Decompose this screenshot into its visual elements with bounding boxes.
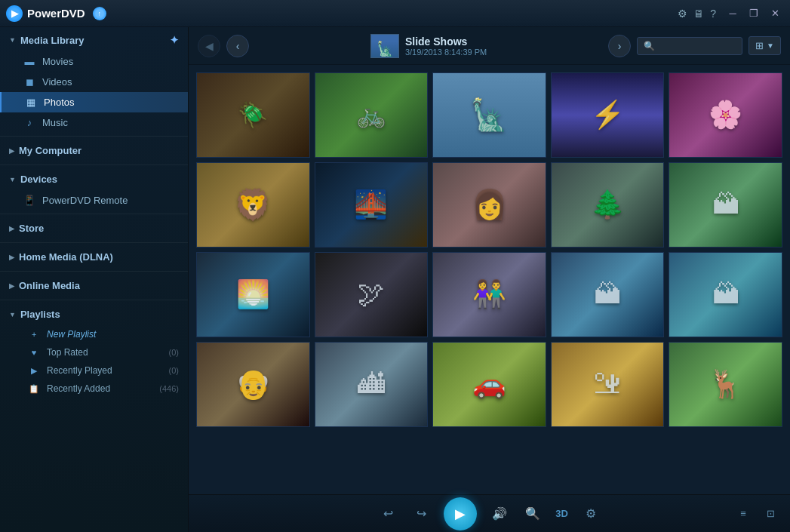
update-icon[interactable]: ↑: [93, 7, 106, 20]
sidebar-group-online-media[interactable]: ▶ Online Media: [0, 275, 188, 297]
devices-section: ▼ Devices 📱 PowerDVD Remote: [0, 167, 188, 212]
sidebar-item-recently-played[interactable]: ▶ Recently Played (0): [0, 361, 188, 380]
photo-cell-10[interactable]: 🏔: [669, 162, 782, 248]
sidebar-item-new-playlist[interactable]: + New Playlist: [0, 325, 188, 343]
prev-button[interactable]: ‹: [226, 35, 249, 57]
top-rated-label: Top Rated: [47, 347, 88, 358]
sidebar-item-recently-added[interactable]: 📋 Recently Added (446): [0, 380, 188, 398]
sidebar-item-music[interactable]: ♪ Music: [0, 112, 188, 133]
playbar-right-controls: ≡ ⊡: [733, 503, 781, 524]
photo-cell-8[interactable]: 👩: [432, 162, 546, 248]
sidebar-group-my-computer[interactable]: ▶ My Computer: [0, 140, 188, 161]
help-icon[interactable]: ?: [710, 8, 716, 20]
expand-arrow-devices: ▼: [9, 176, 16, 183]
redo-button[interactable]: ↪: [410, 503, 432, 524]
sidebar-item-videos[interactable]: ◼ Videos: [0, 72, 188, 92]
playlist-button[interactable]: ≡: [733, 503, 754, 524]
next-button[interactable]: ›: [608, 35, 631, 57]
photo-emoji-14: 🏔: [594, 278, 621, 310]
mini-player-button[interactable]: ⊡: [760, 503, 781, 524]
back-button[interactable]: ◀: [198, 35, 220, 57]
slideshow-info: Slide Shows 3/19/2013 8:14:39 PM: [255, 34, 602, 58]
photo-emoji-13: 👫: [472, 278, 506, 310]
photo-cell-6[interactable]: 🦁: [196, 162, 310, 248]
photo-cell-3[interactable]: 🗽: [432, 72, 546, 158]
slideshow-date: 3/19/2013 8:14:39 PM: [405, 48, 487, 57]
window-controls: ─ ❐ ✕: [724, 7, 784, 20]
photo-emoji-16: 👴: [235, 367, 271, 401]
sidebar-item-powerdvd-remote[interactable]: 📱 PowerDVD Remote: [0, 190, 188, 211]
undo-button[interactable]: ↩: [377, 503, 398, 524]
photo-emoji-12: 🕊: [358, 278, 385, 310]
titlebar: ▶ PowerDVD ↑ ⚙ 🖥 ? ─ ❐ ✕: [0, 0, 790, 27]
photo-cell-11[interactable]: 🌅: [196, 252, 310, 337]
photo-cell-14[interactable]: 🏔: [551, 252, 665, 337]
slideshow-title: Slide Shows: [405, 35, 487, 48]
photo-emoji-10: 🏔: [712, 189, 739, 220]
app-title: PowerDVD: [27, 7, 85, 20]
photo-cell-9[interactable]: 🌲: [551, 162, 665, 248]
sidebar-item-movies[interactable]: ▬ Movies: [0, 51, 188, 72]
display-icon[interactable]: 🖥: [693, 8, 704, 20]
movies-icon: ▬: [23, 56, 36, 67]
playbar-settings-button[interactable]: ⚙: [580, 503, 601, 524]
photo-cell-2[interactable]: 🚲: [315, 72, 429, 158]
close-button[interactable]: ✕: [766, 7, 784, 20]
recently-played-count: (0): [169, 366, 179, 375]
grid-icon: ⊞: [755, 40, 764, 51]
home-media-section: ▶ Home Media (DLNA): [0, 244, 188, 269]
search-box[interactable]: 🔍: [637, 37, 742, 55]
restore-button[interactable]: ❐: [745, 7, 763, 20]
photo-cell-17[interactable]: 🏙: [315, 342, 429, 427]
photo-cell-16[interactable]: 👴: [196, 342, 310, 427]
recently-played-icon: ▶: [27, 366, 41, 376]
volume-button[interactable]: 🔊: [489, 503, 510, 524]
content-toolbar: ◀ ‹ Slide Shows 3/19/2013 8:14:39 PM › 🔍…: [189, 27, 790, 65]
my-computer-section: ▶ My Computer: [0, 138, 188, 163]
photo-cell-12[interactable]: 🕊: [315, 252, 429, 337]
photo-emoji-6: 🦁: [234, 187, 272, 223]
sidebar-group-store[interactable]: ▶ Store: [0, 217, 188, 239]
photo-cell-1[interactable]: 🪲: [196, 72, 310, 158]
photo-cell-4[interactable]: ⚡: [551, 72, 665, 158]
photo-cell-15[interactable]: 🏔: [669, 252, 782, 337]
photo-cell-5[interactable]: 🌸: [669, 72, 782, 158]
sidebar: ▼ Media Library ✦ ▬ Movies ◼ Videos ▦ Ph…: [0, 27, 189, 532]
settings-icon[interactable]: ⚙: [678, 8, 687, 20]
photo-cell-20[interactable]: 🦌: [669, 342, 782, 427]
slideshow-thumbnail: [370, 34, 399, 58]
recently-added-label: Recently Added: [47, 383, 110, 394]
expand-arrow-my-computer: ▶: [9, 147, 14, 155]
playback-bar: ↩ ↪ ▶ 🔊 🔍 3D ⚙ ≡ ⊡: [189, 494, 790, 532]
my-computer-label: My Computer: [19, 145, 81, 156]
sidebar-item-top-rated[interactable]: ♥ Top Rated (0): [0, 343, 188, 361]
view-toggle[interactable]: ⊞ ▼: [749, 36, 781, 55]
photo-emoji-4: ⚡: [591, 99, 625, 131]
photo-cell-13[interactable]: 👫: [432, 252, 546, 337]
play-button[interactable]: ▶: [444, 497, 477, 530]
3d-label[interactable]: 3D: [555, 508, 568, 519]
sidebar-group-playlists[interactable]: ▼ Playlists: [0, 303, 188, 325]
sidebar-group-home-media[interactable]: ▶ Home Media (DLNA): [0, 246, 188, 268]
expand-arrow-home-media: ▶: [9, 254, 14, 261]
photos-label: Photos: [44, 97, 74, 108]
photo-emoji-8: 👩: [472, 188, 507, 221]
title-icons: ⚙ 🖥 ?: [678, 8, 716, 20]
sidebar-group-devices[interactable]: ▼ Devices: [0, 168, 188, 190]
photo-cell-18[interactable]: 🚗: [432, 342, 546, 427]
photo-cell-19[interactable]: 🏜: [551, 342, 665, 427]
sidebar-item-photos[interactable]: ▦ Photos: [0, 92, 188, 112]
recently-added-count: (446): [159, 384, 179, 393]
sidebar-group-media-library[interactable]: ▼ Media Library ✦: [0, 29, 188, 51]
app-logo-icon: ▶: [6, 5, 23, 22]
photo-cell-7[interactable]: 🌉: [315, 162, 429, 248]
minimize-button[interactable]: ─: [724, 7, 742, 20]
store-section: ▶ Store: [0, 216, 188, 241]
search-input[interactable]: [658, 41, 733, 51]
movies-label: Movies: [42, 56, 73, 67]
photo-emoji-2: 🚲: [356, 100, 386, 129]
zoom-button[interactable]: 🔍: [522, 503, 543, 524]
photo-emoji-3: 🗽: [470, 97, 508, 133]
photo-emoji-18: 🚗: [472, 368, 506, 400]
devices-label: Devices: [20, 174, 57, 185]
